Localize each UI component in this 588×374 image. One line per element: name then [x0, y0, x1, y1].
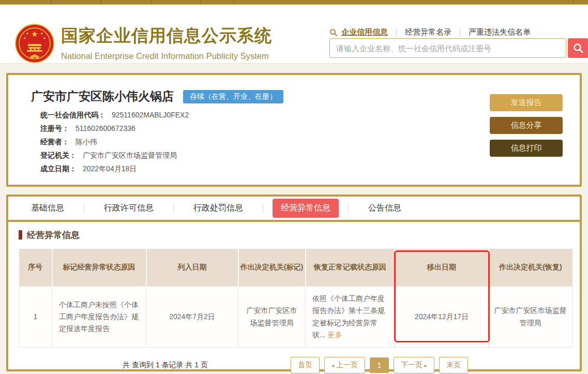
nav-link-enterprise-credit[interactable]: 企业信用信息 — [341, 27, 388, 37]
cell-mark-reason: 个体工商户未按照《个体工商户年度报告办法》规定报送年度报告 — [52, 287, 146, 348]
col-header-remove-date: 移出日期 — [395, 249, 489, 287]
field-value: 511602600672336 — [76, 124, 135, 133]
nav-divider — [460, 28, 460, 36]
cell-list-date: 2024年7月2日 — [146, 287, 238, 348]
tab-admin-penalty[interactable]: 行政处罚信息 — [183, 199, 253, 218]
send-report-button[interactable]: 发送报告 — [490, 94, 563, 111]
national-emblem-logo: ★ ★ ★ ★ ★ — [14, 23, 55, 64]
field-label: 成立日期： — [40, 164, 77, 174]
field-value: 陈小伟 — [76, 138, 97, 147]
first-page-button[interactable]: 首页 — [291, 357, 320, 373]
site-header: ★ ★ ★ ★ ★ 国家企业信用信息公示系统 National Enterpri… — [0, 5, 588, 64]
col-header-recover-authority: 作出决定机关(恢复) — [489, 249, 572, 287]
tab-divider — [84, 204, 84, 213]
svg-text:★: ★ — [40, 32, 43, 35]
field-label: 统一社会信用代码： — [40, 111, 105, 120]
tab-divider — [173, 204, 174, 213]
svg-text:★: ★ — [31, 29, 38, 38]
tab-abnormal-operation[interactable]: 经营异常信息 — [273, 199, 339, 218]
table-row: 1 个体工商户未按照《个体工商户年度报告办法》规定报送年度报告 2024年7月2… — [19, 287, 572, 348]
tab-divider — [263, 204, 263, 213]
top-gold-bar — [0, 0, 588, 5]
tab-admin-license[interactable]: 行政许可信息 — [94, 199, 164, 218]
nav-link-serious-violation[interactable]: 严重违法失信名单 — [469, 27, 531, 37]
field-label: 经营者： — [40, 138, 69, 147]
field-value: 92511602MABLJ0FEX2 — [112, 111, 189, 120]
company-summary-panel: 广安市广安区陈小伟火锅店 存续（在营、开业、在册） 统一社会信用代码： 9251… — [6, 73, 582, 187]
detail-panel: 基础信息 行政许可信息 行政处罚信息 经营异常信息 公告信息 经营异常信息 — [6, 195, 582, 371]
table-header-row: 序号 标记经营异常状态原因 列入日期 作出决定机关(标记) 恢复正常记载状态原因… — [19, 249, 572, 287]
field-value: 广安市广安区市场监督管理局 — [83, 151, 177, 160]
svg-text:★: ★ — [26, 32, 29, 35]
info-row-establish-date: 成立日期： 2022年04月18日 — [40, 164, 580, 174]
svg-text:★: ★ — [43, 36, 46, 40]
record-count-text: 共 查询到 1 条记录 共 1 页 — [123, 361, 208, 370]
company-name: 广安市广安区陈小伟火锅店 — [31, 88, 174, 104]
cell-no: 1 — [19, 287, 52, 348]
print-info-button[interactable]: 信息打印 — [490, 140, 563, 157]
abnormal-info-table: 序号 标记经营异常状态原因 列入日期 作出决定机关(标记) 恢复正常记载状态原因… — [19, 249, 572, 348]
field-label: 登记机关： — [40, 151, 77, 160]
search-icon-white — [573, 43, 584, 54]
prev-arrow-icon: ◂ — [331, 363, 334, 368]
search-input[interactable] — [329, 38, 566, 58]
cell-mark-authority: 广安市广安区市场监督管理局 — [238, 287, 306, 348]
next-arrow-icon: ▸ — [425, 363, 427, 368]
nav-link-abnormal-list[interactable]: 经营异常名录 — [405, 27, 451, 37]
col-header-list-date: 列入日期 — [146, 249, 238, 287]
col-header-recover-reason: 恢复正常记载状态原因 — [306, 249, 395, 287]
next-page-button[interactable]: 下一页 ▸ — [394, 357, 434, 373]
site-subtitle: National Enterprise Credit Information P… — [61, 51, 272, 61]
tab-bar: 基础信息 行政许可信息 行政处罚信息 经营异常信息 公告信息 — [8, 197, 580, 222]
search-button[interactable] — [568, 38, 588, 58]
status-badge: 存续（在营、开业、在册） — [183, 90, 283, 103]
pagination: 共 查询到 1 条记录 共 1 页 首页 ◂ 上一页 1 下一页 ▸ 末页 — [19, 357, 572, 373]
field-label: 注册号： — [40, 124, 69, 133]
field-value: 2022年04月18日 — [83, 164, 137, 174]
tab-announcement[interactable]: 公告信息 — [358, 199, 412, 218]
header-nav: 企业信用信息 经营异常名录 严重违法失信名单 — [329, 27, 531, 37]
section-title: 经营异常信息 — [19, 229, 572, 241]
site-title: 国家企业信用信息公示系统 — [61, 24, 272, 48]
tab-basic-info[interactable]: 基础信息 — [21, 199, 74, 218]
prev-page-button[interactable]: ◂ 上一页 — [324, 357, 365, 373]
nav-divider — [396, 28, 397, 36]
more-link[interactable]: 更多 — [328, 331, 342, 339]
share-info-button[interactable]: 信息分享 — [490, 117, 563, 134]
cell-recover-authority: 广安市广安区市场监督管理局 — [489, 287, 572, 348]
cell-remove-date: 2024年12月17日 — [395, 287, 489, 348]
search-icon — [329, 28, 338, 37]
section-marker — [19, 230, 22, 240]
tab-divider — [348, 204, 349, 213]
col-header-no: 序号 — [19, 249, 52, 287]
cell-recover-reason: 依照《个体工商户年度报告办法》第十三条规定被标记为经营异常状... 更多 — [306, 287, 395, 348]
col-header-mark-reason: 标记经营异常状态原因 — [52, 249, 146, 287]
last-page-button[interactable]: 末页 — [439, 357, 468, 373]
svg-text:★: ★ — [23, 36, 26, 40]
col-header-mark-authority: 作出决定机关(标记) — [238, 249, 306, 287]
current-page-button[interactable]: 1 — [370, 357, 389, 373]
